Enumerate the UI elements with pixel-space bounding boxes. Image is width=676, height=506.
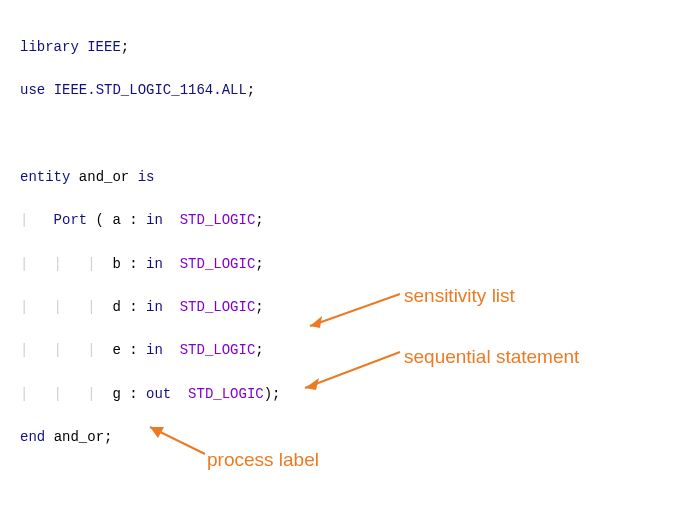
punct: ( — [87, 212, 104, 228]
keyword: end — [20, 429, 45, 445]
signal: b : — [112, 256, 137, 272]
punct: ; — [255, 256, 263, 272]
punct: ; — [255, 212, 263, 228]
code-line: entity and_or is — [20, 167, 656, 189]
keyword: Port — [54, 212, 88, 228]
signal: d : — [112, 299, 137, 315]
type: STD_LOGIC — [180, 212, 256, 228]
annotation-sequential-statement: sequential statement — [404, 342, 579, 371]
type: STD_LOGIC — [188, 386, 264, 402]
identifier: IEEE — [87, 39, 121, 55]
code-line: | Port ( a : in STD_LOGIC; — [20, 210, 656, 232]
keyword: use — [20, 82, 45, 98]
keyword: is — [138, 169, 155, 185]
annotation-process-label: process label — [207, 445, 319, 474]
signal: a : — [104, 212, 138, 228]
identifier: and_or — [54, 429, 104, 445]
indent-guide: | | | — [20, 342, 112, 358]
punct: ; — [247, 82, 255, 98]
punct: ; — [255, 342, 263, 358]
indent-guide: | | | — [20, 256, 112, 272]
keyword: in — [146, 299, 163, 315]
signal: e : — [112, 342, 137, 358]
library-path: IEEE.STD_LOGIC_1164.ALL — [54, 82, 247, 98]
code-line: | | | b : in STD_LOGIC; — [20, 254, 656, 276]
code-line: library IEEE; — [20, 37, 656, 59]
indent-guide: | | | — [20, 386, 112, 402]
code-line: | | | g : out STD_LOGIC); — [20, 384, 656, 406]
signal: g : — [112, 386, 137, 402]
type: STD_LOGIC — [180, 299, 256, 315]
annotation-sensitivity-list: sensitivity list — [404, 281, 515, 310]
punct: ); — [264, 386, 281, 402]
type: STD_LOGIC — [180, 256, 256, 272]
blank-line — [20, 123, 656, 145]
code-line: use IEEE.STD_LOGIC_1164.ALL; — [20, 80, 656, 102]
identifier: and_or — [79, 169, 129, 185]
punct: ; — [255, 299, 263, 315]
keyword: out — [146, 386, 171, 402]
code-line: end and_or; — [20, 427, 656, 449]
punct: ; — [121, 39, 129, 55]
keyword: in — [146, 256, 163, 272]
keyword: in — [146, 342, 163, 358]
type: STD_LOGIC — [180, 342, 256, 358]
indent-guide: | | | — [20, 299, 112, 315]
code-line: | | | d : in STD_LOGIC; — [20, 297, 656, 319]
punct: ; — [104, 429, 112, 445]
keyword: library — [20, 39, 79, 55]
keyword: in — [146, 212, 163, 228]
indent-guide: | — [20, 212, 54, 228]
blank-line — [20, 470, 656, 492]
vhdl-code-listing: library IEEE; use IEEE.STD_LOGIC_1164.AL… — [20, 15, 656, 506]
keyword: entity — [20, 169, 70, 185]
